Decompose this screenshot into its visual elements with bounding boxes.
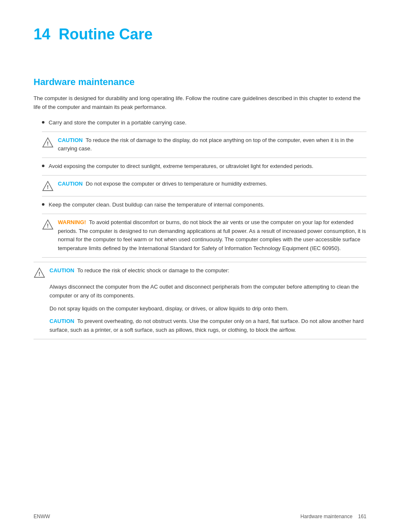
bullet-text-1: Carry and store the computer in a portab…: [49, 119, 187, 127]
page-footer: ENWW Hardware maintenance 161: [34, 514, 366, 519]
caution-block-body-3: Always disconnect the computer from the …: [49, 283, 366, 335]
caution-text-4: CAUTION To prevent overheating, do not o…: [49, 317, 366, 335]
warning-text-1: WARNING! To avoid potential discomfort o…: [58, 218, 366, 253]
caution-block-3: ! CAUTION To reduce the risk of electric…: [34, 262, 366, 339]
svg-text:!: !: [39, 271, 40, 277]
caution-header-text-3: CAUTION To reduce the risk of electric s…: [49, 266, 229, 275]
bullet-item-3: Keep the computer clean. Dust buildup ca…: [42, 201, 366, 209]
caution-body-line-2: Do not spray liquids on the computer key…: [49, 305, 366, 313]
caution-label-4: CAUTION: [49, 318, 74, 324]
bullet-dot-2: [42, 165, 44, 167]
bullet-dot-1: [42, 121, 44, 124]
chapter-title-text: Routine Care: [59, 26, 153, 43]
caution-label-2: CAUTION: [58, 181, 83, 187]
bullet-item-2: Avoid exposing the computer to direct su…: [42, 162, 366, 171]
chapter-number: 14: [34, 26, 50, 43]
svg-text:!: !: [47, 184, 49, 190]
bullet-text-3: Keep the computer clean. Dust buildup ca…: [49, 201, 265, 209]
caution-triangle-icon-1: !: [42, 137, 54, 148]
svg-text:!: !: [47, 140, 49, 147]
footer-right: Hardware maintenance 161: [301, 514, 366, 519]
caution-triangle-icon-2: !: [42, 180, 54, 192]
footer-left: ENWW: [34, 514, 50, 519]
section-intro: The computer is designed for durability …: [34, 94, 366, 112]
caution-triangle-icon-3: !: [34, 267, 45, 279]
chapter-title: 14 Routine Care: [34, 25, 366, 43]
warning-box-1: ! WARNING! To avoid potential discomfort…: [42, 214, 366, 258]
warning-triangle-icon-1: !: [42, 219, 54, 230]
caution-label-3: CAUTION: [49, 267, 74, 274]
section-title: Hardware maintenance: [34, 77, 366, 88]
caution-label-1: CAUTION: [58, 137, 83, 143]
caution-box-2: ! CAUTION Do not expose the computer or …: [42, 175, 366, 196]
bullet-item-1: Carry and store the computer in a portab…: [42, 119, 366, 127]
svg-text:!: !: [47, 222, 49, 229]
caution-body-line-1: Always disconnect the computer from the …: [49, 283, 366, 300]
bullet-text-2: Avoid exposing the computer to direct su…: [49, 162, 313, 171]
caution-text-2: CAUTION Do not expose the computer or dr…: [58, 180, 267, 189]
warning-label-1: WARNING!: [58, 219, 86, 225]
caution-block-header-3: ! CAUTION To reduce the risk of electric…: [34, 266, 366, 279]
caution-box-1: ! CAUTION To reduce the risk of damage t…: [42, 132, 366, 158]
caution-text-1: CAUTION To reduce the risk of damage to …: [58, 136, 366, 154]
bullet-dot-3: [42, 203, 44, 206]
